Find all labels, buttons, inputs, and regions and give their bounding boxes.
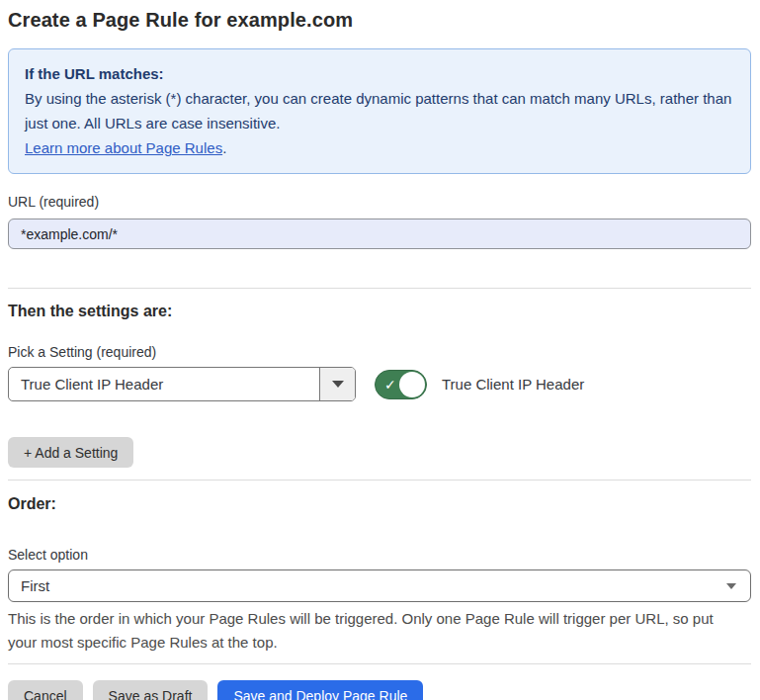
true-client-ip-toggle[interactable]: ✓ bbox=[375, 370, 427, 399]
info-box-body: By using the asterisk (*) character, you… bbox=[25, 86, 734, 135]
url-matches-info-box: If the URL matches: By using the asteris… bbox=[8, 48, 751, 174]
divider bbox=[8, 480, 751, 481]
check-icon: ✓ bbox=[384, 377, 396, 391]
true-client-ip-toggle-group: ✓ True Client IP Header bbox=[375, 370, 584, 399]
order-selected-value: First bbox=[21, 577, 726, 594]
info-box-link-line: Learn more about Page Rules. bbox=[25, 135, 734, 160]
divider bbox=[8, 288, 751, 289]
settings-section-heading: Then the settings are: bbox=[8, 302, 751, 321]
pick-setting-selected-value: True Client IP Header bbox=[9, 368, 319, 400]
chevron-down-icon bbox=[726, 583, 736, 589]
url-field-label: URL (required) bbox=[8, 193, 751, 211]
setting-row: True Client IP Header ✓ True Client IP H… bbox=[8, 367, 751, 401]
order-select-label: Select option bbox=[8, 546, 751, 564]
url-input[interactable] bbox=[8, 219, 751, 249]
pick-setting-label: Pick a Setting (required) bbox=[8, 343, 751, 361]
toggle-knob bbox=[399, 372, 425, 397]
add-setting-button[interactable]: + Add a Setting bbox=[8, 437, 133, 468]
order-help-text: This is the order in which your Page Rul… bbox=[8, 607, 739, 655]
toggle-label: True Client IP Header bbox=[442, 376, 584, 393]
pick-setting-dropdown[interactable]: True Client IP Header bbox=[8, 367, 356, 401]
learn-more-link[interactable]: Learn more about Page Rules bbox=[25, 139, 222, 156]
save-as-draft-button[interactable]: Save as Draft bbox=[93, 680, 209, 700]
cancel-button[interactable]: Cancel bbox=[8, 680, 83, 700]
info-box-heading: If the URL matches: bbox=[25, 61, 734, 86]
page-rule-form: Create a Page Rule for example.com If th… bbox=[0, 0, 760, 700]
order-section-heading: Order: bbox=[8, 494, 751, 514]
chevron-down-icon bbox=[332, 381, 344, 388]
page-title: Create a Page Rule for example.com bbox=[8, 6, 751, 34]
order-select-dropdown[interactable]: First bbox=[8, 569, 751, 602]
link-suffix: . bbox=[222, 139, 226, 156]
divider bbox=[8, 663, 751, 664]
form-actions: Cancel Save as Draft Save and Deploy Pag… bbox=[8, 680, 751, 700]
pick-setting-dropdown-button[interactable] bbox=[319, 368, 355, 400]
save-and-deploy-button[interactable]: Save and Deploy Page Rule bbox=[217, 680, 423, 700]
